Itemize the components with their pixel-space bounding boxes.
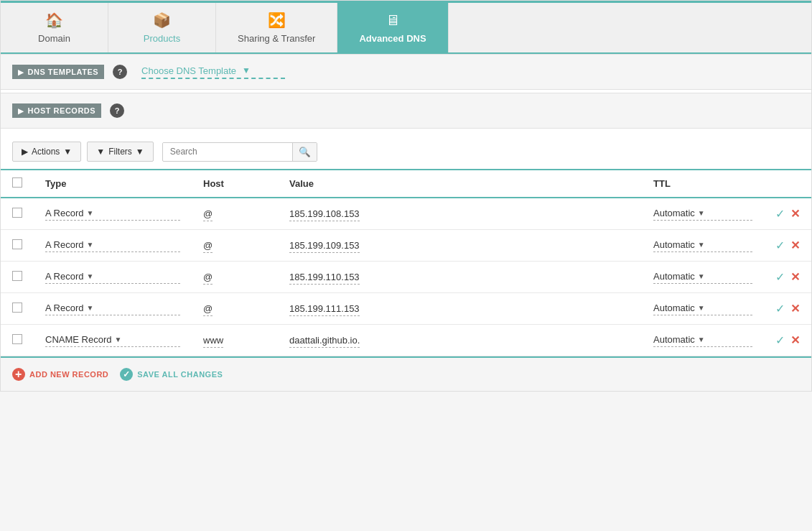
row-host-cell: @ <box>192 293 278 325</box>
ttl-select-3[interactable]: Automatic ▼ <box>653 271 752 284</box>
toolbar: ▶ Actions ▼ ▼ Filters ▼ 🔍 <box>1 134 811 170</box>
col-header-ttl: TTL <box>642 170 764 198</box>
row-checkbox-cell <box>1 230 34 262</box>
advanced-dns-icon: 🖥 <box>386 12 400 29</box>
save-record-button-2[interactable]: ✓ <box>775 239 785 252</box>
ttl-chevron-icon: ▼ <box>698 209 705 217</box>
row-type-cell: A Record ▼ <box>34 262 192 293</box>
tab-products[interactable]: 📦 Products <box>108 3 216 52</box>
col-header-checkbox <box>1 170 34 198</box>
dns-template-dropdown[interactable]: Choose DNS Template ▼ <box>141 65 285 79</box>
row-actions: ✓ ✕ <box>775 239 800 252</box>
host-records-label[interactable]: ▶ HOST RECORDS <box>12 103 101 118</box>
dns-templates-label[interactable]: ▶ DNS TEMPLATES <box>12 65 104 79</box>
delete-record-button-1[interactable]: ✕ <box>790 207 800 221</box>
row-action-cell: ✓ ✕ <box>764 198 811 230</box>
tab-sharing[interactable]: 🔀 Sharing & Transfer <box>216 3 337 52</box>
ttl-select-4[interactable]: Automatic ▼ <box>653 303 752 315</box>
save-record-button-4[interactable]: ✓ <box>775 302 785 315</box>
select-all-checkbox[interactable] <box>12 177 22 188</box>
filters-chevron-icon: ▼ <box>136 147 144 157</box>
actions-button[interactable]: ▶ Actions ▼ <box>12 142 81 162</box>
host-value: @ <box>203 240 213 253</box>
check-circle-icon: ✓ <box>120 368 133 381</box>
record-type-select-4[interactable]: A Record ▼ <box>45 303 180 315</box>
record-value: 185.199.111.153 <box>289 303 360 316</box>
record-type-label: A Record <box>45 303 83 313</box>
ttl-select-1[interactable]: Automatic ▼ <box>653 208 752 221</box>
dns-templates-section: ▶ DNS TEMPLATES ? Choose DNS Template ▼ <box>1 54 811 90</box>
row-checkbox-2[interactable] <box>12 239 22 249</box>
row-host-cell: @ <box>192 230 278 262</box>
col-header-value: Value <box>278 170 642 198</box>
tab-advanced-dns-label: Advanced DNS <box>359 33 426 44</box>
ttl-value: Automatic <box>653 239 695 250</box>
row-host-cell: @ <box>192 198 278 230</box>
save-record-button-1[interactable]: ✓ <box>775 207 785 221</box>
record-value: daattali.github.io. <box>289 335 360 348</box>
dns-templates-help-icon[interactable]: ? <box>113 65 127 79</box>
record-type-select-3[interactable]: A Record ▼ <box>45 271 180 284</box>
row-checkbox-cell <box>1 293 34 325</box>
record-type-select-1[interactable]: A Record ▼ <box>45 208 180 221</box>
row-value-cell: 185.199.108.153 <box>278 198 642 230</box>
table-row: A Record ▼ @ 185.199.109.153 Automatic ▼… <box>1 230 811 262</box>
ttl-select-5[interactable]: Automatic ▼ <box>653 334 752 347</box>
save-all-changes-button[interactable]: ✓ SAVE ALL CHANGES <box>120 368 223 381</box>
record-value: 185.199.108.153 <box>289 208 360 221</box>
delete-record-button-4[interactable]: ✕ <box>790 302 800 315</box>
row-value-cell: daattali.github.io. <box>278 325 642 356</box>
row-type-cell: A Record ▼ <box>34 293 192 325</box>
row-checkbox-5[interactable] <box>12 334 22 344</box>
row-actions: ✓ ✕ <box>775 333 800 347</box>
delete-record-button-5[interactable]: ✕ <box>790 333 800 347</box>
row-ttl-cell: Automatic ▼ <box>642 198 764 230</box>
row-ttl-cell: Automatic ▼ <box>642 230 764 262</box>
row-type-cell: A Record ▼ <box>34 230 192 262</box>
col-header-actions <box>764 170 811 198</box>
record-value: 185.199.109.153 <box>289 240 360 253</box>
record-type-select-5[interactable]: CNAME Record ▼ <box>45 334 180 347</box>
filter-icon: ▼ <box>96 147 105 157</box>
row-checkbox-3[interactable] <box>12 271 22 281</box>
row-action-cell: ✓ ✕ <box>764 230 811 262</box>
row-checkbox-cell <box>1 325 34 356</box>
row-type-cell: CNAME Record ▼ <box>34 325 192 356</box>
search-input[interactable] <box>163 143 292 160</box>
row-ttl-cell: Automatic ▼ <box>642 293 764 325</box>
domain-icon: 🏠 <box>45 11 63 29</box>
row-checkbox-1[interactable] <box>12 208 22 218</box>
ttl-chevron-icon: ▼ <box>698 241 705 249</box>
delete-record-button-2[interactable]: ✕ <box>790 239 800 252</box>
host-records-help-icon[interactable]: ? <box>110 103 124 118</box>
tab-advanced-dns[interactable]: 🖥 Advanced DNS <box>337 3 448 52</box>
chevron-down-icon: ▼ <box>242 65 251 75</box>
col-header-host: Host <box>192 170 278 198</box>
ttl-select-2[interactable]: Automatic ▼ <box>653 239 752 252</box>
tab-bar: 🏠 Domain 📦 Products 🔀 Sharing & Transfer… <box>1 3 811 54</box>
filters-button[interactable]: ▼ Filters ▼ <box>87 142 153 162</box>
type-chevron-icon: ▼ <box>86 304 93 312</box>
add-new-record-button[interactable]: + ADD NEW RECORD <box>12 368 108 381</box>
ttl-chevron-icon: ▼ <box>698 272 705 280</box>
save-record-button-5[interactable]: ✓ <box>775 333 785 347</box>
tab-domain[interactable]: 🏠 Domain <box>1 3 108 52</box>
search-button[interactable]: 🔍 <box>292 143 317 161</box>
ttl-value: Automatic <box>653 208 695 218</box>
record-type-label: A Record <box>45 239 83 250</box>
ttl-value: Automatic <box>653 271 695 282</box>
record-type-select-2[interactable]: A Record ▼ <box>45 239 180 252</box>
row-checkbox-4[interactable] <box>12 303 22 313</box>
dns-records-table: Type Host Value TTL A Record ▼ @ 185.199… <box>1 170 811 356</box>
row-actions: ✓ ✕ <box>775 302 800 315</box>
record-type-label: A Record <box>45 271 83 282</box>
type-chevron-icon: ▼ <box>86 209 93 217</box>
delete-record-button-3[interactable]: ✕ <box>790 270 800 284</box>
type-chevron-icon: ▼ <box>86 272 93 280</box>
row-value-cell: 185.199.110.153 <box>278 262 642 293</box>
play-icon: ▶ <box>22 147 28 157</box>
tab-products-label: Products <box>144 33 180 44</box>
row-action-cell: ✓ ✕ <box>764 325 811 356</box>
host-records-section: ▶ HOST RECORDS ? <box>1 93 811 129</box>
save-record-button-3[interactable]: ✓ <box>775 270 785 284</box>
